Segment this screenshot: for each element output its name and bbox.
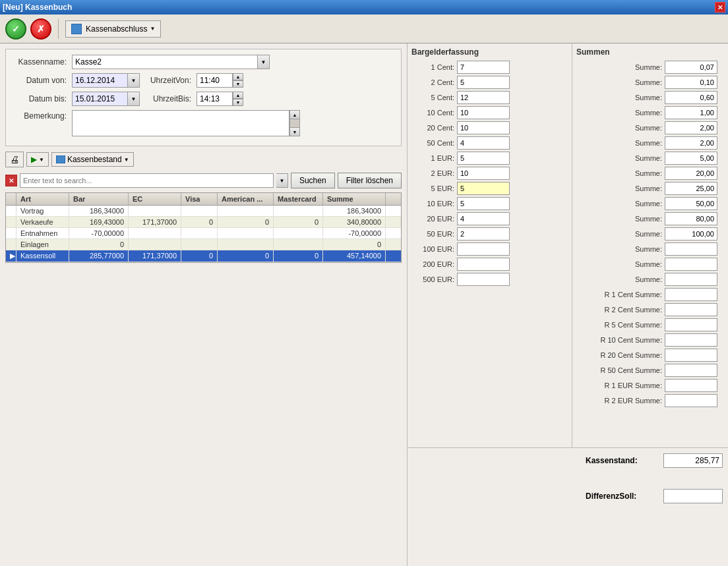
th-summe[interactable]: Summe [323,193,386,205]
th-mastercard[interactable]: Mastercard [274,193,323,205]
bargeld-input-50eur[interactable] [457,227,510,241]
bargeld-input-5eur[interactable] [457,182,510,195]
bargeld-input-10eur[interactable] [457,197,510,210]
kassenbestand-button[interactable]: Kassenbestand ▼ [51,152,134,167]
td-bar: 285,77000 [69,250,129,262]
summen-input-r2eur[interactable] [665,394,717,407]
summen-input-2[interactable] [665,76,717,89]
summen-input-14[interactable] [665,258,717,271]
bemerkung-scroll-down[interactable]: ▼ [289,127,300,136]
summen-input-r1eur[interactable] [665,379,717,392]
th-bar[interactable]: Bar [69,193,129,205]
bargeld-input-20eur[interactable] [457,212,510,225]
td-visa: 0 [181,217,218,227]
bargeld-input-100eur[interactable] [457,242,510,256]
uhrzeitbis-input[interactable] [197,92,233,106]
filter-loeschen-button[interactable]: Filter löschen [338,173,402,188]
differenzsoll-label: DifferenzSoll: [586,492,658,501]
summen-label-r2cent: R 2 Cent Summe: [576,306,662,314]
toolbar-separator [58,19,59,39]
bemerkung-scroll-up[interactable]: ▲ [289,110,300,119]
uhrzeitbis-spinner: ▲ ▼ [233,92,243,106]
summen-label-14: Summe: [576,260,662,268]
close-button[interactable]: ✕ [715,2,725,13]
summen-input-r50cent[interactable] [665,364,717,377]
summen-input-9[interactable] [665,182,717,195]
summen-input-4[interactable] [665,106,717,119]
summen-input-r10cent[interactable] [665,333,717,347]
datum-bis-dropdown-button[interactable]: ▼ [128,92,140,106]
kassenname-input[interactable] [72,55,258,69]
bemerkung-textarea[interactable] [72,110,289,136]
kassenname-combo: ▼ [72,55,270,69]
summen-input-15[interactable] [665,273,717,286]
uhrzeitbis-down-button[interactable]: ▼ [233,99,243,106]
differenzsoll-input[interactable] [663,489,723,503]
export-button[interactable]: ▶ ▼ [26,152,49,167]
bargeld-input-200eur[interactable] [457,258,510,271]
bargeld-input-20cent[interactable] [457,121,510,134]
th-ec[interactable]: EC [129,193,181,205]
uhrzeitvon-up-button[interactable]: ▲ [233,73,243,80]
search-input[interactable] [20,173,274,188]
summen-input-6[interactable] [665,136,717,150]
bargeld-label-5eur: 5 EUR: [411,184,454,192]
bargeld-row-5eur: 5 EUR: [411,182,568,195]
table-row[interactable]: Einlagen 0 0 [6,239,401,250]
summen-input-8[interactable] [665,167,717,180]
uhrzeitbis-up-button[interactable]: ▲ [233,92,243,99]
th-visa[interactable]: Visa [181,193,218,205]
summen-input-1[interactable] [665,61,717,74]
kassenstand-label: Kassenstand: [586,456,658,465]
summen-input-13[interactable] [665,242,717,256]
bargeld-input-2cent[interactable] [457,76,510,89]
bargeld-input-50cent[interactable] [457,136,510,150]
datum-von-input[interactable] [72,73,128,88]
summen-input-10[interactable] [665,197,717,210]
table-row[interactable]: Vortrag 186,34000 186,34000 [6,206,401,217]
cancel-button[interactable]: ✗ [30,18,51,40]
printer-button[interactable]: 🖨 [5,152,24,167]
td-art: Entnahmen [16,228,69,239]
summen-input-r2cent[interactable] [665,303,717,316]
bargeld-input-1cent[interactable] [457,61,510,74]
summen-input-11[interactable] [665,212,717,225]
td-ec: 171,37000 [129,250,181,262]
bargeld-label-500eur: 500 EUR: [411,275,454,283]
datum-bis-row: Datum bis: ▼ UhrzeitBis: ▲ ▼ [14,92,393,106]
bargeld-input-500eur[interactable] [457,273,510,286]
summen-input-r5cent[interactable] [665,318,717,331]
kassenstand-input[interactable] [663,453,723,468]
kassenabschluss-button[interactable]: Kassenabschluss ▼ [65,20,161,38]
summen-input-r1cent[interactable] [665,288,717,301]
table-row[interactable]: Verkaeufe 169,43000 171,37000 0 0 0 340,… [6,217,401,228]
bargeld-input-2eur[interactable] [457,167,510,180]
summen-input-3[interactable] [665,91,717,104]
summen-input-12[interactable] [665,227,717,241]
confirm-button[interactable]: ✓ [5,18,26,40]
th-american[interactable]: American ... [218,193,274,205]
datum-von-dropdown-button[interactable]: ▼ [128,73,140,88]
datum-bis-label: Datum bis: [14,94,67,103]
uhrzeitvon-down-button[interactable]: ▼ [233,80,243,88]
table-row-kassensoll[interactable]: ▶ Kassensoll 285,77000 171,37000 0 0 0 4… [6,250,401,262]
bargeld-input-1eur[interactable] [457,152,510,165]
bargeld-input-10cent[interactable] [457,106,510,119]
summen-input-7[interactable] [665,152,717,165]
left-panel: Kassenname: ▼ Datum von: ▼ UhrzeitVon: ▲ [0,43,408,566]
search-dropdown-button[interactable]: ▼ [276,173,288,188]
export-icon: ▶ [31,155,37,164]
bargeld-input-5cent[interactable] [457,91,510,104]
kassenname-dropdown-button[interactable]: ▼ [258,55,270,69]
summen-row-6: Summe: [576,136,724,150]
summen-input-r20cent[interactable] [665,349,717,362]
suchen-button[interactable]: Suchen [291,173,335,188]
summen-input-5[interactable] [665,121,717,134]
summen-row-11: Summe: [576,212,724,225]
uhrzeitvon-input[interactable] [197,73,233,88]
datum-bis-input[interactable] [72,92,128,106]
table-row[interactable]: Entnahmen -70,00000 -70,00000 [6,228,401,239]
th-art[interactable]: Art [16,193,69,205]
summen-label-r20cent: R 20 Cent Summe: [576,351,662,359]
search-clear-button[interactable]: ✕ [5,175,17,186]
